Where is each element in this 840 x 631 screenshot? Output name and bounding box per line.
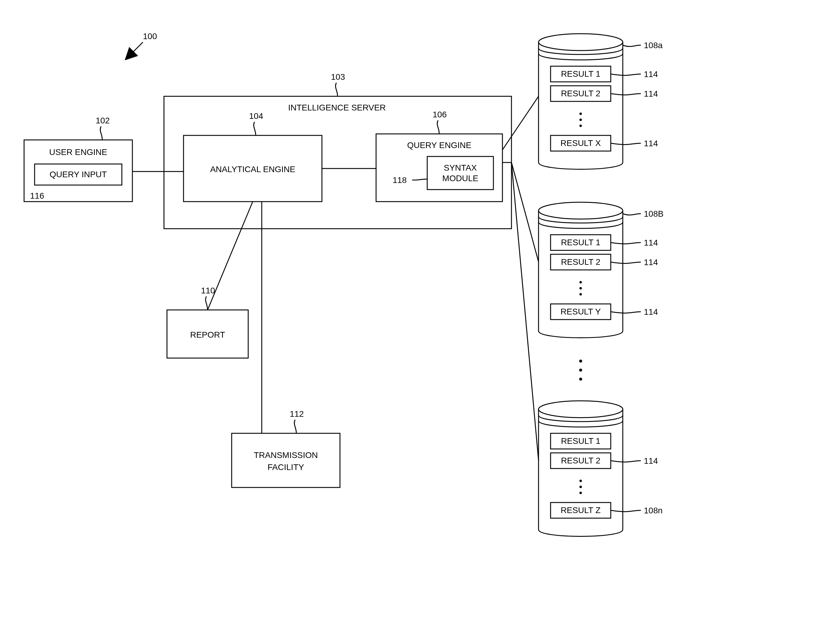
syntax-module-label-2: MODULE [442,174,478,183]
svg-text:100: 100 [143,32,157,41]
svg-point-5 [579,125,582,127]
transmission-label-2: FACILITY [267,462,304,472]
svg-point-12 [579,293,582,296]
svg-point-16 [579,378,582,381]
query-input-ref: 116 [30,191,44,201]
db-b-result-n: RESULT Y [561,307,601,316]
analytical-engine-label: ANALYTICAL ENGINE [210,164,295,174]
svg-point-11 [579,287,582,289]
transmission-facility: TRANSMISSION FACILITY 112 [232,409,340,487]
query-input-label: QUERY INPUT [50,170,107,179]
analytical-engine-ref: 104 [249,111,263,121]
svg-point-17 [538,401,623,418]
db-n-result-1: RESULT 1 [561,436,600,446]
user-engine-ref: 102 [96,116,110,125]
report-ref: 110 [201,286,215,295]
svg-point-7 [538,202,623,219]
user-engine-label: USER ENGINE [49,147,107,157]
query-engine-ref: 106 [433,110,447,119]
svg-point-0 [538,34,623,51]
db-b-cellref-2: 114 [644,258,658,267]
svg-point-14 [579,360,582,362]
db-a-cellref-2: 114 [644,89,658,98]
db-a-result-n: RESULT X [561,138,601,148]
syntax-module-ref: 118 [393,176,407,185]
db-b-result-1: RESULT 1 [561,238,600,247]
query-engine-label: QUERY ENGINE [407,141,471,150]
db-a-ref: 108a [644,41,663,50]
transmission-ref: 112 [290,409,304,419]
db-b-ref: 108B [644,209,663,218]
user-engine: USER ENGINE QUERY INPUT 102 116 [24,116,133,202]
db-a-result-1: RESULT 1 [561,69,600,79]
figure-ref: 100 [133,32,157,53]
database-b: RESULT 1 RESULT 2 RESULT Y 108B 114 114 … [538,202,663,338]
intelligence-server-ref: 103 [331,72,345,82]
db-a-cellref-n: 114 [644,139,658,148]
transmission-label-1: TRANSMISSION [254,451,318,460]
svg-point-21 [579,486,582,488]
db-n-cellref-2: 114 [644,456,658,465]
svg-point-10 [579,281,582,283]
svg-point-4 [579,119,582,121]
database-a: RESULT 1 RESULT 2 RESULT X 108a 114 114 … [538,34,663,169]
db-b-result-2: RESULT 2 [561,257,600,267]
svg-rect-27 [427,157,493,190]
db-n-result-n: RESULT Z [561,506,601,515]
db-a-result-2: RESULT 2 [561,89,600,98]
db-n-ref: 108n [644,506,663,515]
report-label: REPORT [190,330,225,339]
svg-line-41 [133,42,143,53]
db-a-cellref-1: 114 [644,70,658,79]
db-n-result-2: RESULT 2 [561,456,600,465]
intelligence-server-label: INTELLIGENCE SERVER [288,103,386,112]
svg-point-15 [579,368,582,372]
db-b-cellref-1: 114 [644,238,658,247]
database-n: RESULT 1 RESULT 2 RESULT Z 114 108n [538,401,663,536]
svg-point-22 [579,492,582,494]
svg-point-3 [579,112,582,115]
report-box: REPORT 110 [167,286,248,358]
db-b-cellref-n: 114 [644,307,658,316]
syntax-module-label-1: SYNTAX [444,163,477,172]
svg-line-39 [512,163,538,460]
svg-point-20 [579,480,582,482]
svg-rect-31 [232,433,340,487]
